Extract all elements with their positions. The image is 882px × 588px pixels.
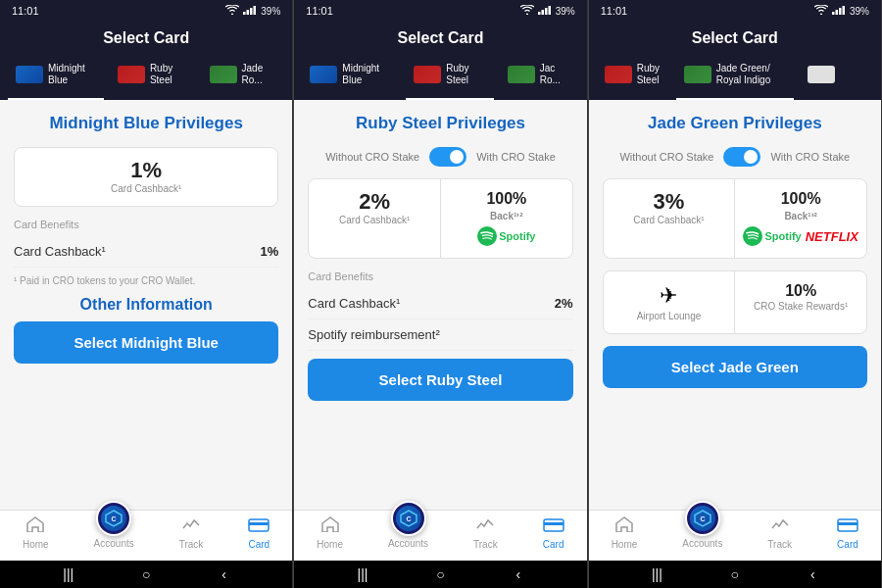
spotify-icon: Spotify xyxy=(477,226,535,246)
card-icon-midnight xyxy=(16,66,43,83)
phone-panel-jade-green: 11:01 39% Select CardRuby SteelJade Gree… xyxy=(589,0,882,588)
nav-label-accounts: Accounts xyxy=(94,538,134,549)
cro-logo-inner: C xyxy=(101,506,126,531)
card-tab-royal[interactable] xyxy=(800,57,873,92)
content-area: Jade Green Privileges Without CRO Stake … xyxy=(589,100,881,510)
nav-item-home[interactable]: Home xyxy=(606,516,644,557)
stat-grid: 2% Card Cashback¹ 100%Back¹˒² Spotify xyxy=(308,178,572,259)
nav-item-home[interactable]: Home xyxy=(17,516,55,557)
system-bar: ||| ○ ‹ xyxy=(589,561,881,588)
stat-number: 1% xyxy=(26,160,266,181)
benefit-row: Card Cashback¹ 2% xyxy=(308,288,572,319)
title-bar: Select Card xyxy=(294,22,586,57)
svg-rect-17 xyxy=(832,12,835,15)
system-bar: ||| ○ ‹ xyxy=(0,561,292,588)
track-icon xyxy=(771,516,789,537)
card-tab-label-ruby: Ruby Steel xyxy=(637,63,662,86)
card-tab-label-jade: Jade Green/ Royal Indigo xyxy=(716,63,786,86)
nav-label-track: Track xyxy=(179,539,204,550)
signal-icon xyxy=(538,5,552,17)
nav-item-card[interactable]: Card xyxy=(537,516,570,557)
cro-stake-toggle[interactable] xyxy=(429,147,466,167)
back-button[interactable]: ‹ xyxy=(210,566,239,582)
status-icons: 39% xyxy=(520,5,575,17)
nav-item-accounts[interactable]: C Accounts xyxy=(88,516,140,557)
back-button[interactable]: ‹ xyxy=(504,566,533,582)
wifi-icon xyxy=(814,5,828,17)
menu-button[interactable]: ||| xyxy=(54,566,83,582)
home-button[interactable]: ○ xyxy=(131,566,161,582)
nav-item-track[interactable]: Track xyxy=(173,516,210,557)
back-button[interactable]: ‹ xyxy=(798,566,827,582)
benefit-name: Card Cashback¹ xyxy=(14,244,106,259)
benefit-row: Spotify reimbursement² xyxy=(308,319,572,351)
extra-stat-cell-0: ✈ Airport Lounge xyxy=(604,271,736,333)
status-icons: 39% xyxy=(814,5,869,17)
nav-item-home[interactable]: Home xyxy=(311,516,349,557)
card-tab-jade[interactable]: Jade Green/ Royal Indigo xyxy=(676,57,794,92)
card-benefits-section: Card Benefits Card Cashback¹ 1% xyxy=(14,219,278,268)
cro-logo-inner: C xyxy=(690,506,715,531)
nav-label-card: Card xyxy=(248,539,270,550)
service-logos: Spotify xyxy=(449,226,564,246)
select-button-midnight-blue[interactable]: Select Midnight Blue xyxy=(14,321,278,364)
without-cro-label: Without CRO Stake xyxy=(325,151,419,163)
card-tab-jade[interactable]: Jac Ro... xyxy=(500,57,579,92)
extra-stat-cell-1: 10% CRO Stake Rewards¹ xyxy=(735,271,866,333)
nav-item-track[interactable]: Track xyxy=(467,516,504,557)
card-icon-royal xyxy=(808,66,835,83)
phone-panel-midnight-blue: 11:01 39% Select CardMidnight BlueRuby S… xyxy=(0,0,293,588)
spotify-label: Spotify xyxy=(499,230,535,242)
svg-rect-9 xyxy=(541,10,544,15)
menu-button[interactable]: ||| xyxy=(348,566,377,582)
nav-item-track[interactable]: Track xyxy=(761,516,798,557)
nav-item-accounts[interactable]: C Accounts xyxy=(382,516,434,557)
card-tab-midnight[interactable]: Midnight Blue xyxy=(8,57,104,92)
stat-label: Card Cashback¹ xyxy=(317,215,432,225)
menu-button[interactable]: ||| xyxy=(642,566,671,582)
select-button-jade-green[interactable]: Select Jade Green xyxy=(603,346,867,388)
svg-text:C: C xyxy=(406,515,411,522)
nav-label-card: Card xyxy=(543,539,564,550)
card-tab-ruby[interactable]: Ruby Steel xyxy=(597,57,670,92)
with-cro-label: With CRO Stake xyxy=(770,151,850,163)
stat-number: 3% xyxy=(612,191,727,213)
nav-item-card[interactable]: Card xyxy=(831,516,864,557)
spotify-label: Spotify xyxy=(764,230,801,242)
cro-logo: C xyxy=(391,501,426,536)
svg-rect-10 xyxy=(545,8,548,15)
card-icon-jade xyxy=(210,66,237,83)
nav-label-accounts: Accounts xyxy=(682,538,722,549)
card-tab-jade[interactable]: Jade Ro... xyxy=(202,57,285,92)
svg-rect-3 xyxy=(254,6,257,15)
nav-item-card[interactable]: Card xyxy=(242,516,275,557)
card-tabs: Midnight BlueRuby SteelJac Ro... xyxy=(294,57,586,100)
netflix-icon: NETFLIX xyxy=(806,229,858,244)
benefit-value: 1% xyxy=(261,244,279,259)
status-icons: 39% xyxy=(225,5,280,17)
card-icon-ruby xyxy=(414,66,441,83)
card-tab-ruby[interactable]: Ruby Steel xyxy=(406,57,493,92)
svg-rect-8 xyxy=(538,12,541,15)
home-button[interactable]: ○ xyxy=(425,566,455,582)
stat-cell-1: 100%Back¹˒² Spotify xyxy=(441,179,572,258)
privileges-title: Jade Green Privileges xyxy=(603,114,867,133)
bottom-nav: Home C Accounts Track Card xyxy=(589,510,881,561)
svg-rect-1 xyxy=(247,10,250,15)
svg-point-21 xyxy=(743,226,762,246)
status-time: 11:01 xyxy=(12,5,39,17)
card-tab-label-midnight: Midnight Blue xyxy=(342,63,392,86)
nav-label-track: Track xyxy=(767,539,792,550)
cro-logo-inner: C xyxy=(396,506,421,531)
card-tab-ruby[interactable]: Ruby Steel xyxy=(110,57,196,92)
cro-stake-toggle[interactable] xyxy=(723,147,760,167)
card-tab-midnight[interactable]: Midnight Blue xyxy=(302,57,400,92)
battery-icon: 39% xyxy=(556,6,575,17)
stat-single: 1% Card Cashback¹ xyxy=(14,147,278,207)
nav-item-accounts[interactable]: C Accounts xyxy=(676,516,728,557)
with-cro-label: With CRO Stake xyxy=(476,151,556,163)
home-button[interactable]: ○ xyxy=(720,566,750,582)
stat-grid: 3% Card Cashback¹ 100%Back¹˒² Spotify NE… xyxy=(603,178,867,259)
select-button-ruby-steel[interactable]: Select Ruby Steel xyxy=(308,359,572,401)
other-info-title: Other Information xyxy=(14,296,278,314)
